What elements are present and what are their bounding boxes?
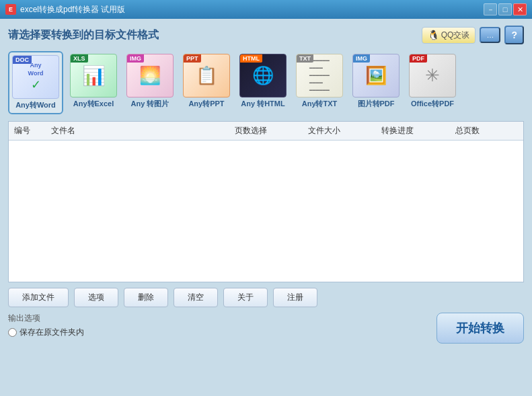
maximize-button[interactable]: □	[498, 3, 512, 15]
message-button[interactable]: …	[480, 27, 500, 43]
app-title: excel转换成pdf转换器 试用版	[20, 4, 125, 15]
img1-icon: 🌅	[139, 65, 161, 86]
output-section: 输出选项 保存在原文件夹内 开始转换	[8, 313, 524, 344]
main-content: 请选择要转换到的目标文件格式 🐧 QQ交谈 … ? DOC AnyWord ✓	[0, 19, 532, 396]
img2-icon-img: 🖼️	[362, 62, 390, 90]
format-row: DOC AnyWord ✓ Any转Word XLS 📊 Any转Excel	[8, 51, 524, 114]
html-label: Any 转HTML	[241, 99, 284, 109]
img1-label: Any 转图片	[131, 99, 169, 109]
col-pages-select: 页数选择	[229, 122, 303, 141]
header-buttons: 🐧 QQ交谈 … ?	[422, 26, 524, 44]
doc-icon-img: AnyWord ✓	[22, 63, 50, 91]
format-item-xls[interactable]: XLS 📊 Any转Excel	[67, 51, 120, 114]
format-item-pdf[interactable]: PDF ✳ Office转PDF	[406, 51, 459, 114]
titlebar: E excel转换成pdf转换器 试用版 － □ ✕	[0, 0, 532, 19]
col-filename: 文件名	[46, 122, 229, 141]
titlebar-left: E excel转换成pdf转换器 试用版	[5, 4, 125, 15]
doc-check: ✓	[28, 77, 44, 92]
pdf-label: Office转PDF	[411, 99, 454, 109]
file-table-container: 编号 文件名 页数选择 文件大小 转换进度 总页数	[8, 121, 524, 282]
save-option: 保存在原文件夹内	[8, 327, 436, 338]
img2-tag: IMG	[353, 54, 370, 63]
xls-chart-icon: 📊	[82, 65, 106, 87]
options-button[interactable]: 选项	[74, 288, 118, 307]
col-progress: 转换进度	[376, 122, 449, 141]
app-icon: E	[5, 4, 16, 15]
doc-text: AnyWord	[28, 62, 44, 77]
ppt-tag: PPT	[184, 54, 201, 63]
ppt-icon: 📋	[196, 65, 217, 86]
table-header-row: 编号 文件名 页数选择 文件大小 转换进度 总页数	[9, 122, 523, 141]
img2-icon: 🖼️	[365, 65, 387, 86]
doc-tag: DOC	[13, 56, 32, 64]
help-button[interactable]: ?	[504, 26, 524, 44]
close-button[interactable]: ✕	[513, 3, 527, 15]
clear-button[interactable]: 清空	[174, 288, 218, 307]
file-table: 编号 文件名 页数选择 文件大小 转换进度 总页数	[9, 122, 523, 141]
ppt-label: Any转PPT	[188, 99, 224, 109]
img2-label: 图片转PDF	[358, 99, 395, 109]
qq-chat-button[interactable]: 🐧 QQ交谈	[422, 27, 476, 44]
titlebar-controls: － □ ✕	[484, 3, 527, 15]
ppt-icon-img: 📋	[192, 62, 221, 90]
save-option-label: 保存在原文件夹内	[20, 327, 84, 338]
add-file-button[interactable]: 添加文件	[8, 288, 69, 307]
start-convert-button[interactable]: 开始转换	[436, 313, 524, 344]
output-label: 输出选项	[8, 313, 436, 324]
bottom-buttons: 添加文件 选项 删除 清空 关于 注册	[8, 288, 524, 307]
html-icon-img: 🌐	[249, 62, 277, 90]
col-filesize: 文件大小	[303, 122, 376, 141]
img1-icon-img: 🌅	[136, 62, 164, 90]
register-button[interactable]: 注册	[273, 288, 317, 307]
txt-label: Any转TXT	[302, 99, 338, 109]
header-row: 请选择要转换到的目标文件格式 🐧 QQ交谈 … ?	[8, 26, 524, 44]
format-item-doc[interactable]: DOC AnyWord ✓ Any转Word	[8, 51, 63, 114]
format-item-txt[interactable]: TXT ━━━━━━━━━━━━━━━━━━━━━━━━━━ Any转TXT	[293, 51, 346, 114]
format-item-ppt[interactable]: PPT 📋 Any转PPT	[180, 51, 233, 114]
format-item-img2[interactable]: IMG 🖼️ 图片转PDF	[350, 51, 402, 114]
txt-tag: TXT	[297, 54, 313, 63]
minimize-button[interactable]: －	[484, 3, 497, 15]
txt-icon-img: ━━━━━━━━━━━━━━━━━━━━━━━━━━	[305, 62, 334, 90]
qq-icon: 🐧	[428, 30, 439, 40]
xls-icon-img: 📊	[79, 62, 108, 90]
format-item-html[interactable]: HTML 🌐 Any 转HTML	[237, 51, 289, 114]
qq-btn-label: QQ交谈	[441, 30, 470, 41]
format-item-img1[interactable]: IMG 🌅 Any 转图片	[124, 51, 176, 114]
html-tag: HTML	[240, 54, 262, 63]
col-total-pages: 总页数	[450, 122, 523, 141]
delete-button[interactable]: 删除	[124, 288, 168, 307]
pdf-tag: PDF	[410, 54, 427, 63]
xls-tag: XLS	[71, 54, 88, 63]
img1-tag: IMG	[127, 54, 144, 63]
html-icon: 🌐	[252, 65, 274, 86]
pdf-icon: ✳	[425, 65, 440, 86]
xls-label: Any转Excel	[73, 99, 114, 109]
about-button[interactable]: 关于	[223, 288, 268, 307]
pdf-icon-img: ✳	[418, 62, 447, 90]
col-index: 编号	[9, 122, 46, 141]
output-options: 输出选项 保存在原文件夹内	[8, 313, 436, 338]
save-radio[interactable]	[8, 328, 17, 337]
doc-label: Any转Word	[15, 100, 56, 110]
page-title: 请选择要转换到的目标文件格式	[8, 28, 159, 42]
